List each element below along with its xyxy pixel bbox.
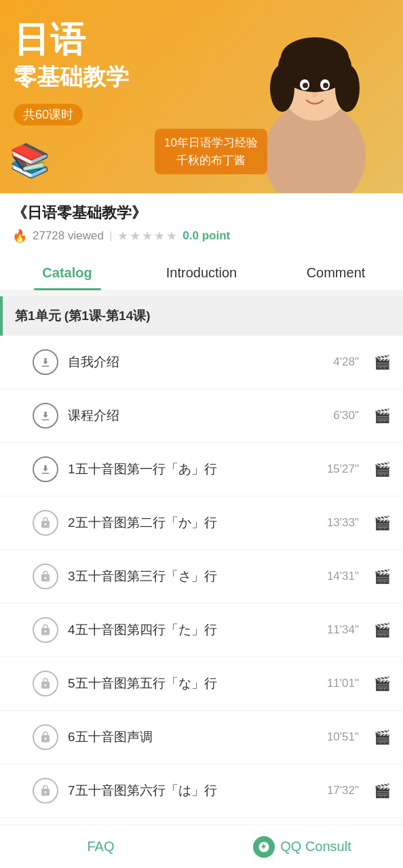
lesson-icon [33,349,58,375]
faq-label: FAQ [87,839,114,854]
video-icon: 🎬 [374,729,391,745]
lesson-duration: 14'31" [327,570,359,583]
svg-point-8 [303,83,308,88]
tab-comment[interactable]: Comment [269,253,403,290]
lesson-item[interactable]: 3五十音图第三行「さ」行 14'31" 🎬 [0,550,403,604]
divider: | [109,229,112,243]
rating-points: 0.0 point [183,229,230,243]
lesson-icon [33,671,58,696]
catalog-container: 第1单元 (第1课-第14课) 自我介绍 4'28" 🎬 课程介绍 6'30" … [0,296,403,868]
lesson-item[interactable]: 7五十音图第六行「は」行 17'32" 🎬 [0,764,403,818]
lesson-list: 自我介绍 4'28" 🎬 课程介绍 6'30" 🎬 1五十音图第一行「あ」行 1… [0,336,403,868]
lesson-icon [33,724,58,750]
lesson-name: 5五十音图第五行「な」行 [68,675,318,692]
lesson-icon [33,456,58,482]
lesson-name: 2五十音图第二行「か」行 [68,514,318,532]
lesson-name: 课程介绍 [68,407,324,425]
lesson-item[interactable]: 4五十音图第四行「た」行 11'34" 🎬 [0,604,403,657]
star-2: ★ [130,229,140,243]
lesson-duration: 4'28" [333,355,359,369]
star-1: ★ [117,229,128,243]
tab-catalog[interactable]: Catalog [0,253,134,290]
lesson-duration: 15'27" [327,462,359,476]
course-meta: 🔥 27728 viewed | ★ ★ ★ ★ ★ 0.0 point [12,229,391,253]
lesson-duration: 11'01" [327,677,359,690]
banner-badge: 共60课时 [14,104,83,125]
svg-point-10 [312,93,318,97]
video-icon: 🎬 [374,783,391,799]
lesson-name: 4五十音图第四行「た」行 [68,621,318,639]
lesson-icon [33,403,58,429]
lesson-icon [33,617,58,643]
faq-button[interactable]: FAQ [0,825,202,868]
lesson-name: 3五十音图第三行「さ」行 [68,568,318,585]
bottom-nav: FAQ QQ Consult [0,825,403,868]
lesson-item[interactable]: 课程介绍 6'30" 🎬 [0,389,403,443]
qq-consult-button[interactable]: QQ Consult [202,825,403,868]
books-icon: 📚 [9,142,50,180]
video-icon: 🎬 [374,515,391,531]
lesson-item[interactable]: 自我介绍 4'28" 🎬 [0,336,403,389]
video-icon: 🎬 [374,354,391,370]
lesson-duration: 13'33" [327,516,359,530]
lesson-item[interactable]: 5五十音图第五行「な」行 11'01" 🎬 [0,657,403,711]
star-5: ★ [166,229,177,243]
course-info: 《日语零基础教学》 🔥 27728 viewed | ★ ★ ★ ★ ★ 0.0… [0,193,403,253]
video-icon: 🎬 [374,408,391,424]
course-title: 《日语零基础教学》 [12,203,391,223]
svg-point-5 [335,64,360,112]
lesson-item[interactable]: 2五十音图第二行「か」行 13'33" 🎬 [0,496,403,550]
lesson-name: 6五十音图声调 [68,728,318,746]
tab-bar: Catalog Introduction Comment [0,253,403,291]
video-icon: 🎬 [374,568,391,585]
qq-icon [253,836,275,858]
banner-text: 日语 零基础教学 共60课时 [14,20,240,125]
lesson-item[interactable]: 6五十音图声调 10'51" 🎬 [0,711,403,764]
lesson-icon [33,778,58,804]
section-header: 第1单元 (第1课-第14课) [0,296,403,336]
banner: 日语 零基础教学 共60课时 📚 10年日语学习经验 千秋的布丁酱 [0,0,403,193]
svg-point-9 [323,83,328,88]
lesson-icon [33,510,58,536]
lesson-item[interactable]: 1五十音图第一行「あ」行 15'27" 🎬 [0,443,403,496]
lesson-icon [33,564,58,589]
banner-title-main: 日语 [14,20,240,59]
video-icon: 🎬 [374,461,391,477]
lesson-duration: 11'34" [327,623,359,637]
fire-icon: 🔥 [12,229,27,243]
star-4: ★ [154,229,165,243]
video-icon: 🎬 [374,675,391,692]
lesson-name: 7五十音图第六行「は」行 [68,782,318,800]
lesson-name: 1五十音图第一行「あ」行 [68,460,318,478]
lesson-name: 自我介绍 [68,353,324,371]
tab-introduction[interactable]: Introduction [134,253,269,290]
lesson-duration: 17'32" [327,784,359,797]
experience-box: 10年日语学习经验 千秋的布丁酱 [155,129,267,174]
exp-line1: 10年日语学习经验 [164,134,258,152]
exp-line2: 千秋的布丁酱 [164,152,258,170]
video-icon: 🎬 [374,622,391,638]
views-count: 27728 viewed [33,229,104,243]
lesson-duration: 6'30" [333,409,359,422]
svg-point-4 [270,64,294,112]
catalog-section: 第1单元 (第1课-第14课) 自我介绍 4'28" 🎬 课程介绍 6'30" … [0,296,403,868]
lesson-duration: 10'51" [327,730,359,744]
banner-title-sub: 零基础教学 [14,62,240,93]
star-3: ★ [142,229,153,243]
qq-label: QQ Consult [280,839,351,854]
star-rating: ★ ★ ★ ★ ★ [117,229,177,243]
